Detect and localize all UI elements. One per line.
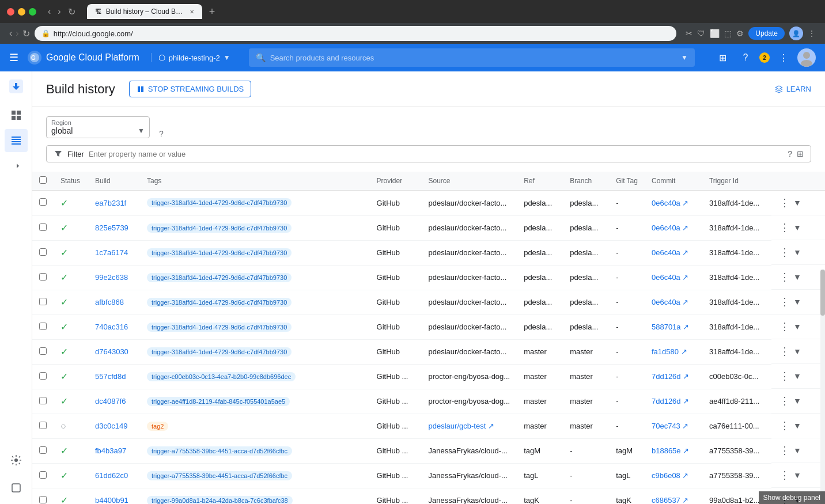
row-more-button[interactable]: ⋮ [778,319,791,334]
commit-link[interactable]: 0e6c40a ↗ [652,298,695,306]
row-more-button[interactable]: ⋮ [778,245,791,260]
commit-link[interactable]: c686537 ↗ [652,496,695,504]
extension-btn-2[interactable]: 🛡 [697,29,705,38]
build-link[interactable]: 1c7a6174 [95,248,133,257]
commit-link[interactable]: 7dd126d ↗ [652,372,695,381]
addr-reload-button[interactable]: ↻ [22,28,30,39]
row-more-button[interactable]: ⋮ [778,468,791,483]
row-checkbox[interactable] [39,496,47,503]
build-link[interactable]: d3c0c149 [95,422,133,430]
region-help-icon[interactable]: ? [159,129,164,138]
commit-link[interactable]: 0e6c40a ↗ [652,223,695,232]
row-more-button[interactable]: ⋮ [778,294,791,309]
profile-avatar[interactable]: 👤 [789,26,803,40]
maximize-dot[interactable] [29,8,36,16]
build-link[interactable]: 825e5739 [95,223,133,232]
addr-forward-button[interactable]: › [16,28,18,39]
reload-button[interactable]: ↻ [66,5,78,18]
address-input-wrapper[interactable]: 🔒 [35,26,677,41]
row-more-button[interactable]: ⋮ [778,270,791,285]
sidebar-item-bottom[interactable] [5,476,28,499]
stop-streaming-button[interactable]: STOP STREAMING BUILDS [129,81,251,97]
row-expand-button[interactable]: ▼ [792,469,803,481]
search-input[interactable] [270,54,676,62]
build-link[interactable]: d7643030 [95,347,133,356]
row-checkbox[interactable] [39,323,47,330]
build-link[interactable]: dc4087f6 [95,397,133,406]
row-expand-button[interactable]: ▼ [792,395,803,407]
extension-btn-1[interactable]: ✂ [686,29,692,38]
more-options-button[interactable]: ⋮ [774,48,793,67]
row-expand-button[interactable]: ▼ [792,445,803,456]
row-checkbox[interactable] [39,372,47,380]
notification-badge[interactable]: 2 [759,52,770,63]
learn-button[interactable]: LEARN [775,85,811,93]
commit-link[interactable]: 0e6c40a ↗ [652,248,695,257]
commit-link[interactable]: b18865e ↗ [652,446,695,455]
row-expand-button[interactable]: ▼ [792,321,803,332]
help-button[interactable]: ? [736,48,755,67]
addr-back-button[interactable]: ‹ [9,28,12,39]
browser-tab[interactable]: 🏗 Build history – Cloud Build – p... ✕ [87,4,202,19]
row-checkbox[interactable] [39,347,47,355]
commit-link[interactable]: 0e6c40a ↗ [652,199,695,207]
build-link[interactable]: b4400b91 [95,496,133,504]
row-expand-button[interactable]: ▼ [792,271,803,283]
address-input[interactable] [54,29,670,38]
filter-input[interactable] [89,150,783,158]
row-expand-button[interactable]: ▼ [792,370,803,382]
header-search[interactable]: 🔍 ▼ [249,48,695,67]
sidebar-item-dashboard[interactable] [5,104,28,127]
tab-close-button[interactable]: ✕ [190,9,194,15]
scrollbar-track[interactable] [820,270,825,504]
build-link[interactable]: 99e2c638 [95,273,133,282]
build-link[interactable]: 740ac316 [95,323,133,331]
debug-panel-link[interactable]: Show debug panel [759,491,825,504]
menu-dots-button[interactable]: ⋮ [808,29,816,38]
commit-link[interactable]: 588701a ↗ [652,323,695,331]
row-more-button[interactable]: ⋮ [778,220,791,235]
extension-btn-3[interactable]: ⬜ [710,29,720,38]
row-checkbox[interactable] [39,422,47,429]
row-more-button[interactable]: ⋮ [778,344,791,359]
sidebar-item-settings[interactable] [5,449,28,472]
scrollbar-thumb[interactable] [820,270,825,316]
row-checkbox[interactable] [39,198,47,206]
row-expand-button[interactable]: ▼ [792,346,803,357]
source-link[interactable]: pdeslaur/gcb-test ↗ [429,422,494,430]
filter-columns-button[interactable]: ⊞ [797,149,804,158]
back-button[interactable]: ‹ [46,5,53,18]
sidebar-item-arrow[interactable] [5,154,28,177]
commit-link[interactable]: 7dd126d ↗ [652,397,695,406]
update-button[interactable]: Update [748,27,785,40]
row-checkbox[interactable] [39,298,47,305]
filter-help-button[interactable]: ? [788,149,792,158]
commit-link[interactable]: fa1d580 ↗ [652,347,695,356]
row-expand-button[interactable]: ▼ [792,420,803,431]
row-more-button[interactable]: ⋮ [778,195,791,210]
extension-btn-5[interactable]: ⚙ [736,29,744,38]
forward-button[interactable]: › [55,5,63,18]
new-tab-button[interactable]: + [209,6,215,18]
user-avatar[interactable] [797,48,816,67]
row-more-button[interactable]: ⋮ [778,418,791,433]
row-checkbox[interactable] [39,446,47,454]
row-more-button[interactable]: ⋮ [778,369,791,384]
commit-link[interactable]: 70ec743 ↗ [652,422,695,430]
region-dropdown-icon[interactable]: ▼ [138,127,145,135]
row-expand-button[interactable]: ▼ [792,296,803,308]
build-link[interactable]: 61dd62c0 [95,471,133,480]
row-checkbox[interactable] [39,273,47,281]
project-selector[interactable]: ⬡ philde-testing-2 ▼ [151,53,230,62]
build-link[interactable]: 557cfd8d [95,372,133,381]
row-checkbox[interactable] [39,471,47,479]
row-more-button[interactable]: ⋮ [778,393,791,408]
grid-view-button[interactable]: ⊞ [713,48,732,67]
commit-link[interactable]: c9b6e08 ↗ [652,471,695,480]
row-checkbox[interactable] [39,223,47,231]
row-expand-button[interactable]: ▼ [792,247,803,258]
row-expand-button[interactable]: ▼ [792,222,803,233]
row-more-button[interactable]: ⋮ [778,443,791,458]
build-link[interactable]: ea7b231f [95,199,133,207]
row-checkbox[interactable] [39,397,47,404]
